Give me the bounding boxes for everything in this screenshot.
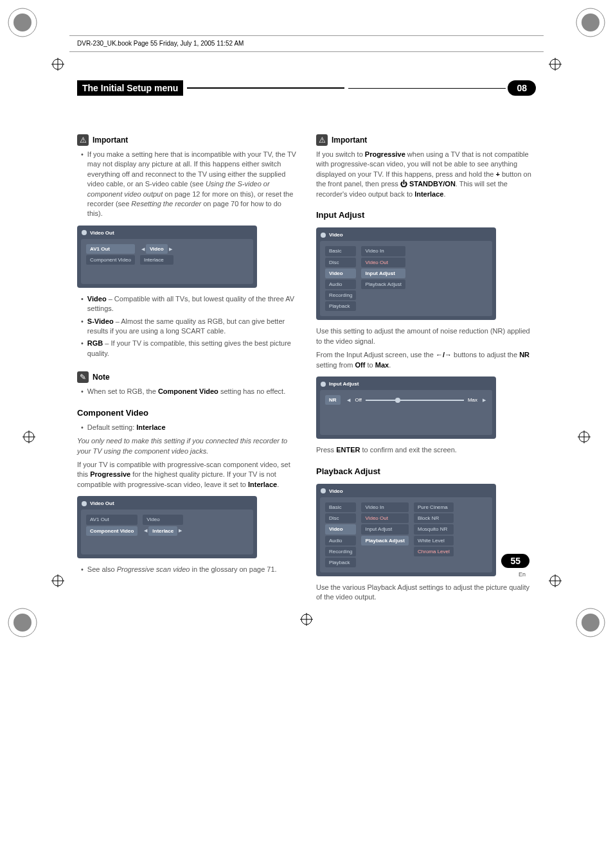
menu-item: Component Video	[86, 526, 138, 536]
chapter-number: 08	[508, 80, 536, 96]
registration-mark	[51, 58, 64, 71]
press-enter-text: Press ENTER to confirm and exit the scre…	[316, 445, 536, 455]
menu-item: Playback	[325, 301, 356, 311]
note-label: Note	[93, 372, 110, 383]
svg-point-3	[582, 13, 600, 31]
important-text: If you switch to Progressive when using …	[316, 150, 536, 199]
menu-value: Pure Cinema	[414, 502, 454, 512]
menu-item: AV1 Out	[86, 244, 135, 254]
menu-title: Video Out	[90, 500, 114, 507]
playback-adjust-text: Use the various Playback Adjust settings…	[316, 583, 536, 603]
menu-value: Block NR	[414, 513, 454, 523]
slider-off-label: Off	[355, 396, 362, 403]
svg-point-7	[582, 614, 600, 632]
menu-item: AV1 Out	[86, 515, 138, 524]
menu-value: Input Adjust	[361, 269, 405, 278]
svg-point-30	[82, 501, 87, 506]
right-column: ⚠ Important If you switch to Progressive…	[316, 121, 536, 607]
menu-screenshot-video: Video Basic Disc Video Audio Recording P…	[316, 227, 496, 320]
gear-icon	[320, 381, 326, 387]
title-rule-thin	[348, 88, 506, 89]
menu-item-nr: NR	[325, 395, 341, 405]
menu-value: Mosquito NR	[414, 524, 454, 534]
menu-item: Recording	[325, 547, 356, 556]
menu-value: Video Out	[361, 258, 405, 267]
arrow-left-icon: ◀	[140, 246, 146, 252]
menu-item: Playback	[325, 558, 356, 567]
menu-item: Video	[325, 269, 356, 278]
bullet-item: •RGB – If your TV is compatible, this se…	[81, 339, 297, 359]
printer-mark-br	[574, 607, 607, 639]
menu-item: Video	[325, 524, 356, 534]
menu-title: Video	[329, 231, 343, 238]
note-heading: ✎ Note	[77, 371, 297, 383]
menu-screenshot-video-playback: Video Basic Disc Video Audio Recording P…	[316, 484, 496, 576]
left-column: ⚠ Important • If you make a setting here…	[77, 121, 297, 607]
menu-item: Disc	[325, 513, 356, 523]
power-icon: ⏻	[400, 180, 407, 188]
svg-point-29	[82, 230, 87, 235]
menu-item: Disc	[325, 258, 356, 267]
svg-point-5	[13, 614, 31, 632]
svg-point-1	[13, 13, 31, 31]
menu-item: Audio	[325, 279, 356, 289]
registration-mark	[549, 574, 562, 587]
registration-mark	[51, 574, 64, 587]
menu-screenshot-input-adjust: Input Adjust NR ◀ Off Max ▶	[316, 376, 496, 439]
registration-mark	[578, 430, 591, 443]
registration-mark	[300, 613, 313, 626]
input-adjust-p1: Use this setting to adjust the amount of…	[316, 326, 536, 346]
menu-title: Video Out	[90, 229, 114, 236]
arrow-right-icon: ▶	[177, 527, 183, 534]
important-label: Important	[93, 135, 128, 146]
bullet-item: •When set to RGB, the Component Video se…	[81, 387, 297, 396]
page-language: En	[519, 571, 526, 578]
title-rule	[187, 87, 344, 89]
nr-slider	[366, 400, 464, 401]
menu-screenshot-video-out: Video Out AV1 Out Component Video ◀Video…	[77, 226, 257, 288]
bullet-item: •Video – Compatible with all TVs, but lo…	[81, 294, 297, 314]
menu-value: White Level	[414, 536, 454, 545]
menu-value: Video	[146, 244, 168, 254]
menu-value: Video In	[361, 246, 405, 256]
input-adjust-heading: Input Adjust	[316, 209, 536, 221]
component-video-heading: Component Video	[77, 407, 297, 419]
important-label: Important	[332, 135, 367, 146]
menu-value: Playback Adjust	[361, 279, 405, 289]
bullet-text: If you make a setting here that is incom…	[87, 150, 297, 219]
registration-mark	[22, 430, 35, 443]
svg-point-31	[321, 233, 326, 238]
menu-item: Component Video	[86, 255, 135, 265]
svg-point-33	[321, 488, 326, 493]
printer-mark-tr	[574, 6, 607, 39]
menu-value: Playback Adjust	[361, 536, 409, 545]
menu-value: Video Out	[361, 513, 409, 523]
book-header: DVR-230_UK.book Page 55 Friday, July 1, …	[77, 40, 244, 47]
menu-value: Interlace	[148, 526, 177, 536]
menu-value: Input Adjust	[361, 524, 409, 534]
menu-value: Chroma Level	[414, 547, 454, 556]
menu-title: Video	[329, 488, 343, 495]
slider-max-label: Max	[468, 396, 477, 403]
important-heading: ⚠ Important	[316, 134, 536, 146]
slider-thumb	[395, 398, 400, 403]
important-heading: ⚠ Important	[77, 134, 297, 146]
input-adjust-p2: From the Input Adjust screen, use the ←/…	[316, 350, 536, 370]
menu-value: Video	[143, 515, 183, 524]
registration-mark	[549, 58, 562, 71]
menu-item: Audio	[325, 536, 356, 545]
arrow-left-icon: ◀	[143, 527, 148, 534]
menu-screenshot-video-out: Video Out AV1 Out Component Video Video …	[77, 496, 257, 558]
pencil-icon: ✎	[77, 371, 89, 383]
printer-mark-bl	[6, 607, 39, 639]
menu-value: Video In	[361, 502, 409, 512]
gear-icon	[81, 229, 87, 236]
gear-icon	[81, 500, 87, 507]
title-bar: The Initial Setup menu 08	[77, 80, 536, 96]
page-number: 55	[501, 554, 529, 568]
arrow-left-right-icon: ←/→	[436, 351, 452, 359]
arrow-right-icon: ▶	[168, 246, 173, 252]
header-rule	[69, 51, 544, 52]
bullet-dot: •	[81, 150, 84, 219]
playback-adjust-heading: Playback Adjust	[316, 466, 536, 477]
